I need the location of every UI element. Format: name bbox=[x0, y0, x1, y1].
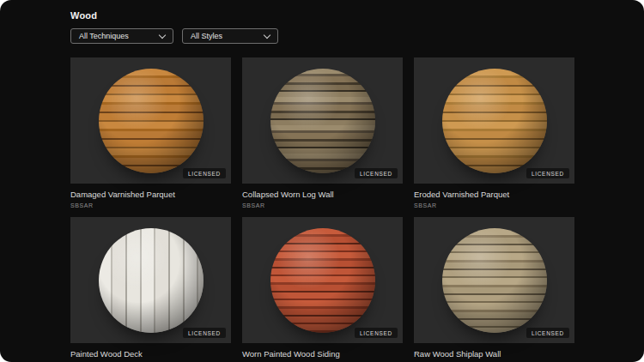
content-area: Wood All Techniques All Styles LICENSED … bbox=[0, 0, 644, 362]
material-preview: LICENSED bbox=[242, 217, 403, 343]
material-card[interactable]: LICENSED Painted Wood Deck SBSAR bbox=[70, 217, 231, 362]
techniques-filter-label: All Techniques bbox=[79, 32, 129, 40]
material-title: Painted Wood Deck bbox=[70, 349, 231, 359]
materials-browser-window: Wood All Techniques All Styles LICENSED … bbox=[0, 0, 644, 362]
material-card[interactable]: LICENSED Raw Wood Shiplap Wall SBSAR bbox=[414, 217, 574, 362]
licensed-badge: LICENSED bbox=[355, 328, 398, 338]
filter-bar: All Techniques All Styles bbox=[70, 28, 574, 44]
material-preview: LICENSED bbox=[70, 57, 231, 184]
material-format: SBSAR bbox=[414, 202, 574, 208]
chevron-down-icon bbox=[159, 31, 166, 38]
material-title: Worn Painted Wood Siding bbox=[242, 349, 403, 359]
material-sphere-preview bbox=[270, 228, 375, 333]
material-title: Damaged Varnished Parquet bbox=[70, 190, 231, 199]
page-title: Wood bbox=[70, 10, 574, 21]
material-card[interactable]: LICENSED Worn Painted Wood Siding SBSAR bbox=[242, 217, 403, 362]
licensed-badge: LICENSED bbox=[183, 168, 226, 178]
materials-grid: LICENSED Damaged Varnished Parquet SBSAR… bbox=[70, 57, 574, 362]
chevron-down-icon bbox=[264, 31, 270, 38]
licensed-badge: LICENSED bbox=[526, 328, 569, 338]
material-title: Collapsed Worn Log Wall bbox=[242, 190, 403, 199]
material-format: SBSAR bbox=[70, 202, 231, 208]
material-card[interactable]: LICENSED Collapsed Worn Log Wall SBSAR bbox=[242, 57, 403, 208]
material-sphere-preview bbox=[270, 69, 375, 173]
material-title: Raw Wood Shiplap Wall bbox=[414, 349, 574, 359]
styles-filter-dropdown[interactable]: All Styles bbox=[182, 28, 278, 44]
material-preview: LICENSED bbox=[70, 217, 231, 343]
material-card[interactable]: LICENSED Eroded Varnished Parquet SBSAR bbox=[414, 57, 574, 208]
styles-filter-label: All Styles bbox=[191, 32, 222, 40]
material-card[interactable]: LICENSED Damaged Varnished Parquet SBSAR bbox=[70, 57, 231, 208]
material-preview: LICENSED bbox=[414, 57, 574, 184]
material-preview: LICENSED bbox=[414, 217, 574, 343]
material-sphere-preview bbox=[442, 228, 547, 333]
material-sphere-preview bbox=[442, 69, 547, 173]
licensed-badge: LICENSED bbox=[526, 168, 569, 178]
licensed-badge: LICENSED bbox=[355, 168, 398, 178]
material-preview: LICENSED bbox=[242, 57, 403, 184]
material-sphere-preview bbox=[99, 228, 204, 333]
material-title: Eroded Varnished Parquet bbox=[414, 190, 574, 199]
material-sphere-preview bbox=[99, 69, 204, 173]
material-format: SBSAR bbox=[242, 202, 403, 208]
licensed-badge: LICENSED bbox=[183, 328, 226, 338]
techniques-filter-dropdown[interactable]: All Techniques bbox=[70, 28, 173, 44]
